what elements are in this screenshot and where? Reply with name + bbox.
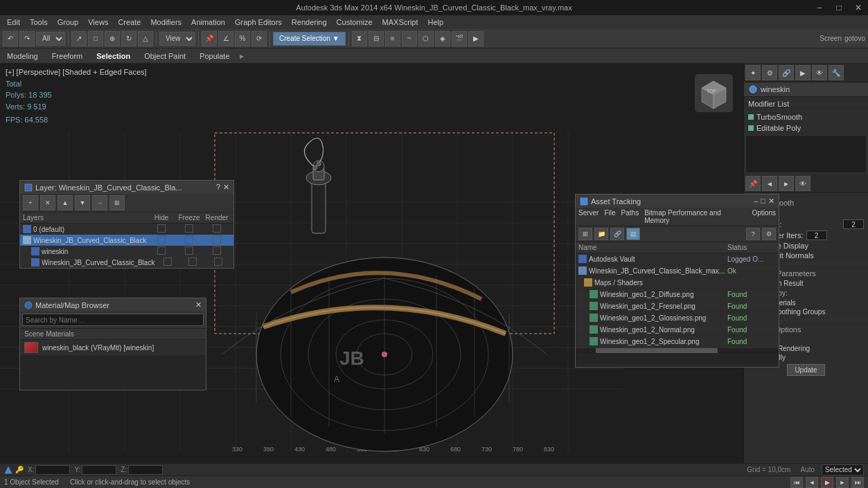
layer-delete-btn[interactable]: ✕ bbox=[40, 195, 55, 210]
at-settings-btn[interactable]: ⚙ bbox=[762, 228, 776, 240]
spinner-snap-btn[interactable]: ⟳ bbox=[251, 31, 267, 46]
at-help-btn[interactable]: ? bbox=[746, 228, 760, 240]
maximize-btn[interactable]: □ bbox=[829, 0, 849, 15]
x-input[interactable] bbox=[35, 465, 70, 475]
right-motion-btn[interactable]: ▶ bbox=[795, 65, 811, 80]
at-row-maps-folder[interactable]: Maps / Shaders bbox=[576, 277, 779, 289]
move-btn[interactable]: ⊕ bbox=[105, 31, 120, 46]
at-menu-file[interactable]: File bbox=[604, 209, 615, 224]
menu-tools[interactable]: Tools bbox=[26, 17, 52, 28]
minimize-btn[interactable]: – bbox=[810, 0, 829, 15]
mod-pin-btn[interactable]: 📌 bbox=[745, 176, 761, 191]
at-btn-3[interactable]: 🔗 bbox=[610, 228, 624, 240]
snap-btn[interactable]: 📌 bbox=[202, 31, 217, 46]
last-frame-btn[interactable]: ⏭ bbox=[851, 477, 864, 488]
at-menu-server[interactable]: Server bbox=[578, 209, 599, 224]
create-selection-btn[interactable]: Create Selection ▼ bbox=[273, 32, 346, 46]
at-row-glossiness[interactable]: Wineskin_geo1_2_Glossiness.png Found bbox=[576, 312, 779, 324]
layer-remove-sel-btn[interactable]: ▼ bbox=[75, 195, 90, 210]
filter-dropdown[interactable]: All bbox=[36, 32, 65, 46]
layer-freeze-2[interactable] bbox=[185, 235, 193, 244]
y-input[interactable] bbox=[82, 465, 116, 475]
mod-show-result-btn[interactable]: 👁 bbox=[795, 176, 811, 191]
at-row-fresnel[interactable]: Wineskin_geo1_2_Fresnel.png Found bbox=[576, 300, 779, 312]
menu-edit[interactable]: Edit bbox=[3, 17, 24, 28]
scale-btn[interactable]: △ bbox=[138, 31, 153, 46]
layer-freeze-checkbox[interactable] bbox=[185, 224, 193, 233]
at-row-max-file[interactable]: Wineskin_JB_Curved_Classic_Black_max... … bbox=[576, 265, 779, 277]
layer-hide-checkbox[interactable] bbox=[157, 224, 166, 233]
at-menu-bitmap[interactable]: Bitmap Performance and Memory bbox=[644, 209, 746, 224]
layer-hide-4[interactable] bbox=[163, 257, 172, 266]
right-modify-btn[interactable]: ⚙ bbox=[762, 65, 777, 80]
menu-maxscript[interactable]: MAXScript bbox=[378, 17, 423, 28]
menu-customize[interactable]: Customize bbox=[333, 17, 377, 28]
mirror-btn[interactable]: ⧗ bbox=[352, 31, 367, 46]
at-row-normal[interactable]: Wineskin_geo1_2_Normal.png Found bbox=[576, 324, 779, 336]
mat-item-wineskin[interactable]: wineskin_black (VRayMtl) [wineskin] bbox=[20, 340, 206, 355]
modifier-turbosmooth[interactable]: TurboSmooth bbox=[744, 111, 868, 123]
layer-render-3[interactable] bbox=[213, 246, 221, 255]
selection-dropdown[interactable]: Selected bbox=[822, 464, 864, 476]
sec-modeling[interactable]: Modeling bbox=[3, 51, 42, 62]
view-dropdown[interactable]: View bbox=[159, 32, 195, 46]
sec-selection[interactable]: Selection bbox=[92, 51, 134, 62]
layer-freeze-3[interactable] bbox=[185, 246, 193, 255]
mod-left-btn[interactable]: ◄ bbox=[762, 176, 777, 191]
layer-freeze-4[interactable] bbox=[188, 257, 197, 266]
layer-row-wineskin-sub[interactable]: wineskin bbox=[20, 246, 233, 257]
render-setup-btn[interactable]: 🎬 bbox=[452, 31, 467, 46]
layer-close-btn[interactable]: ✕ bbox=[223, 183, 229, 192]
modifier-editable-poly[interactable]: Editable Poly bbox=[744, 123, 868, 134]
mod-right-btn[interactable]: ► bbox=[779, 176, 794, 191]
layer-new-btn[interactable]: + bbox=[23, 195, 38, 210]
right-display-btn[interactable]: 👁 bbox=[812, 65, 827, 80]
layer-render-4[interactable] bbox=[214, 257, 222, 266]
rotate-btn[interactable]: ↻ bbox=[121, 31, 136, 46]
at-row-specular[interactable]: Wineskin_geo1_2_Specular.png Found bbox=[576, 336, 779, 347]
sec-freeform[interactable]: Freeform bbox=[48, 51, 87, 62]
curve-editor-btn[interactable]: ~ bbox=[402, 31, 417, 46]
right-utilities-btn[interactable]: 🔧 bbox=[829, 65, 844, 80]
at-row-diffuse[interactable]: Wineskin_geo1_2_Diffuse.png Found bbox=[576, 289, 779, 300]
layer-row-wineskin-curved[interactable]: Wineskin_JB_Curved_Classic_Black bbox=[20, 235, 233, 246]
layer-merge-btn[interactable]: ⊞ bbox=[109, 195, 125, 210]
close-btn[interactable]: ✕ bbox=[849, 0, 868, 15]
material-editor-btn[interactable]: ◈ bbox=[435, 31, 450, 46]
layer-add-sel-btn[interactable]: ▲ bbox=[57, 195, 73, 210]
play-btn[interactable]: ▶ bbox=[821, 477, 833, 488]
layer-hide-2[interactable] bbox=[157, 235, 166, 244]
layer-render-checkbox[interactable] bbox=[213, 224, 221, 233]
menu-help[interactable]: Help bbox=[424, 17, 448, 28]
time-slider-btn[interactable]: ⏮ bbox=[790, 477, 803, 488]
layer-question-btn[interactable]: ? bbox=[216, 183, 220, 192]
at-row-vault[interactable]: Autodesk Vault Logged O... bbox=[576, 253, 779, 265]
redo-btn[interactable]: ↷ bbox=[19, 31, 35, 46]
ts-iterations-input[interactable] bbox=[843, 219, 864, 229]
menu-modifiers[interactable]: Modifiers bbox=[146, 17, 186, 28]
at-btn-1[interactable]: ⊞ bbox=[578, 228, 592, 240]
next-frame-btn[interactable]: ► bbox=[836, 477, 849, 488]
sec-object-paint[interactable]: Object Paint bbox=[140, 51, 190, 62]
render-btn[interactable]: ▶ bbox=[468, 31, 484, 46]
menu-rendering[interactable]: Rendering bbox=[287, 17, 331, 28]
align-btn[interactable]: ⊟ bbox=[369, 31, 384, 46]
at-btn-4[interactable]: ▤ bbox=[626, 228, 640, 240]
sec-populate[interactable]: Populate bbox=[195, 51, 233, 62]
schematic-btn[interactable]: ⬡ bbox=[418, 31, 434, 46]
prev-frame-btn[interactable]: ◄ bbox=[806, 477, 818, 488]
mat-search-input[interactable] bbox=[22, 314, 204, 326]
right-hierarchy-btn[interactable]: 🔗 bbox=[779, 65, 794, 80]
menu-create[interactable]: Create bbox=[114, 17, 145, 28]
mat-browser-close-btn[interactable]: ✕ bbox=[195, 300, 202, 309]
angle-snap-btn[interactable]: ∠ bbox=[218, 31, 233, 46]
at-max-btn[interactable]: □ bbox=[761, 197, 765, 206]
layer-render-2[interactable] bbox=[213, 235, 221, 244]
at-scrollbar[interactable] bbox=[576, 347, 779, 353]
layer-select-objs-btn[interactable]: → bbox=[92, 195, 107, 210]
percent-snap-btn[interactable]: % bbox=[235, 31, 250, 46]
undo-btn[interactable]: ↶ bbox=[3, 31, 18, 46]
right-create-btn[interactable]: ✦ bbox=[745, 65, 761, 80]
select-btn[interactable]: ↗ bbox=[71, 31, 87, 46]
layer-hide-3[interactable] bbox=[157, 246, 166, 255]
